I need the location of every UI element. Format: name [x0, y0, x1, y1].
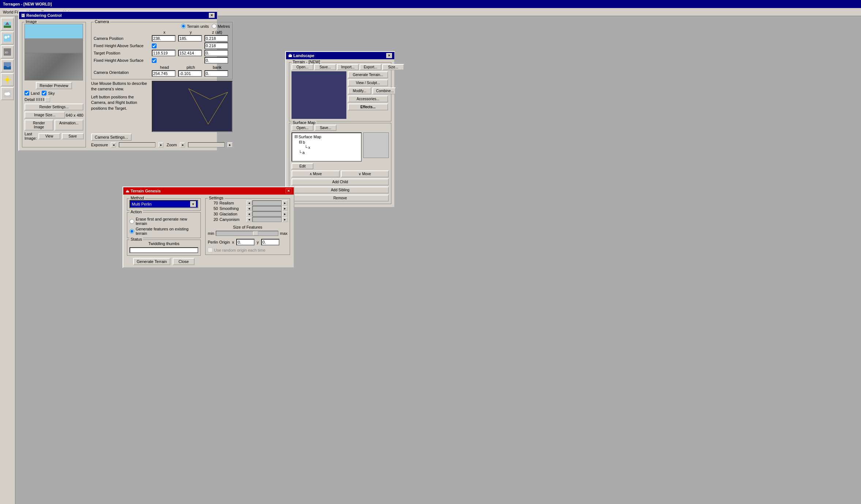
generate-terrain-btn[interactable]: Generate Terrain...	[348, 71, 388, 78]
landscape-close-btn[interactable]: ✕	[386, 53, 392, 58]
canyonism-left[interactable]: ◄	[247, 217, 252, 222]
terrain-open-btn[interactable]: Open...	[292, 64, 313, 70]
close-dialog-btn[interactable]: Close	[173, 258, 195, 265]
realism-right[interactable]: ►	[282, 200, 287, 206]
camera-pos-z[interactable]	[204, 35, 228, 42]
image-size-btn[interactable]: Image Size...	[25, 112, 65, 119]
sidebar-btn-water[interactable]	[1, 59, 14, 72]
camera-section: Camera Terrain units Metres	[90, 20, 234, 149]
canyonism-right[interactable]: ►	[282, 217, 287, 222]
glaciation-right[interactable]: ►	[282, 211, 287, 217]
realism-slider[interactable]	[252, 200, 282, 206]
sky-checkbox[interactable]	[42, 91, 46, 95]
glaciation-slider[interactable]	[252, 211, 282, 217]
target-pos-x[interactable]	[152, 50, 176, 56]
render-preview-btn[interactable]: Render Preview	[36, 82, 72, 89]
smoothing-left[interactable]: ◄	[247, 206, 252, 211]
camera-orientation-label: Camera Orientation	[94, 70, 151, 77]
features-size-thumb[interactable]	[253, 231, 258, 236]
combine-btn[interactable]: Combine...	[372, 87, 396, 94]
terrain-units-radio[interactable]	[181, 24, 186, 29]
orient-head[interactable]	[152, 70, 176, 77]
metres-radio[interactable]	[212, 24, 217, 29]
size-of-features-label: Size of Features	[208, 225, 287, 229]
method-group: Method Multi Perlin ▼	[127, 198, 201, 211]
action-radio1-label[interactable]: Erase first and generate new terrain	[129, 217, 198, 226]
surface-save-btn[interactable]: Save...	[315, 125, 336, 131]
add-sibling-btn[interactable]: Add Sibling	[292, 187, 389, 193]
glaciation-left[interactable]: ◄	[247, 211, 252, 217]
effects-btn[interactable]: Effects...	[348, 104, 388, 110]
remove-btn[interactable]: Remove	[292, 195, 389, 202]
render-settings-btn[interactable]: Render Settings...	[25, 104, 83, 110]
fixed-height2-checkbox[interactable]	[152, 58, 157, 63]
surface-open-btn[interactable]: Open...	[292, 125, 313, 131]
accessories-btn[interactable]: Accessories...	[348, 95, 388, 102]
realism-left[interactable]: ◄	[247, 200, 252, 206]
edit-btn[interactable]: Edit	[292, 163, 313, 169]
zoom-track[interactable]	[188, 142, 225, 147]
camera-pos-y[interactable]	[178, 35, 202, 42]
action-radio2[interactable]	[129, 229, 134, 234]
camera-settings-btn[interactable]: Camera Settings...	[91, 133, 132, 141]
animation-btn[interactable]: Animation...	[54, 120, 83, 131]
view-sculpt-btn[interactable]: View / Sculpt...	[348, 79, 388, 86]
landscape-body: Terrain - [NEW] Open... Save... Import..…	[286, 59, 394, 207]
zoom-left-arrow[interactable]: ◄	[180, 142, 185, 147]
rendering-control-close-btn[interactable]: ✕	[209, 13, 215, 18]
surface-map-label: Surface Map	[292, 120, 316, 125]
generate-terrain-dialog-btn[interactable]: Generate Terrain	[133, 258, 170, 265]
exposure-right-arrow[interactable]: ►	[158, 142, 163, 147]
exposure-track[interactable]	[119, 142, 155, 147]
smoothing-slider[interactable]	[252, 206, 282, 211]
sidebar-btn-sky[interactable]	[1, 31, 14, 45]
features-size-slider[interactable]	[216, 231, 278, 236]
move-up-btn[interactable]: ∧ Move	[292, 170, 340, 177]
terrain-size-btn[interactable]: Size...	[382, 64, 404, 70]
fixed-height2-label: Fixed Height Above Surface	[94, 58, 151, 63]
zoom-right-arrow[interactable]: ►	[228, 142, 233, 147]
orient-pitch[interactable]	[178, 70, 202, 77]
land-checkbox[interactable]	[25, 91, 29, 95]
move-down-btn[interactable]: ∨ Move	[341, 170, 389, 177]
camera-viewport[interactable]	[152, 81, 233, 132]
sidebar-btn-terrain3d[interactable]: 3D	[1, 45, 14, 59]
view-btn[interactable]: View	[38, 133, 60, 139]
detail-thumb[interactable]	[45, 97, 50, 102]
terrain-import-btn[interactable]: Import...	[337, 64, 359, 70]
render-image-btn[interactable]: Render Image	[25, 120, 53, 131]
exposure-label: Exposure	[91, 143, 108, 147]
target-pos-z[interactable]	[204, 50, 228, 56]
canyonism-slider[interactable]	[252, 217, 282, 222]
perlin-x[interactable]	[236, 239, 255, 245]
terrain-units-radio-label[interactable]: Terrain units	[181, 24, 209, 29]
fixed-height-val[interactable]	[204, 42, 228, 49]
sidebar-btn-sun[interactable]	[1, 73, 14, 86]
sidebar-btn-landscape[interactable]	[1, 18, 14, 31]
camera-pos-x[interactable]	[152, 35, 176, 42]
terrain-save-btn[interactable]: Save...	[314, 64, 336, 70]
perlin-y[interactable]	[261, 239, 279, 245]
modify-btn[interactable]: Modify...	[348, 87, 371, 94]
fixed-height-checkbox[interactable]	[152, 44, 157, 48]
target-pos-y[interactable]	[178, 50, 202, 56]
method-select-arrow[interactable]: ▼	[190, 201, 196, 207]
method-select[interactable]: Multi Perlin ▼	[129, 200, 198, 208]
metres-radio-label[interactable]: Metres	[212, 24, 230, 29]
terrain-export-btn[interactable]: Export...	[360, 64, 381, 70]
fixed-height2-val[interactable]	[204, 57, 228, 64]
sidebar-btn-clouds[interactable]	[1, 87, 14, 100]
sky-label: Sky	[48, 91, 54, 95]
terrain-genesis-titlebar: ⛰ Terrain Genesis ✕	[123, 187, 294, 195]
tg-right: Settings 70 Realism ◄ ► 50 Smoothing	[204, 197, 292, 265]
smoothing-right[interactable]: ►	[282, 206, 287, 211]
land-label: Land	[31, 91, 40, 95]
zoom-label: Zoom	[166, 143, 177, 147]
terrain-genesis-close-x[interactable]: ✕	[286, 188, 292, 193]
action-radio1[interactable]	[129, 219, 134, 224]
orient-bank[interactable]	[204, 70, 228, 77]
add-child-btn[interactable]: Add Child	[292, 178, 389, 185]
action-radio2-label[interactable]: Generate features on existing terrain	[129, 227, 198, 236]
save-btn[interactable]: Save	[62, 133, 84, 139]
exposure-left-arrow[interactable]: ◄	[111, 142, 116, 147]
